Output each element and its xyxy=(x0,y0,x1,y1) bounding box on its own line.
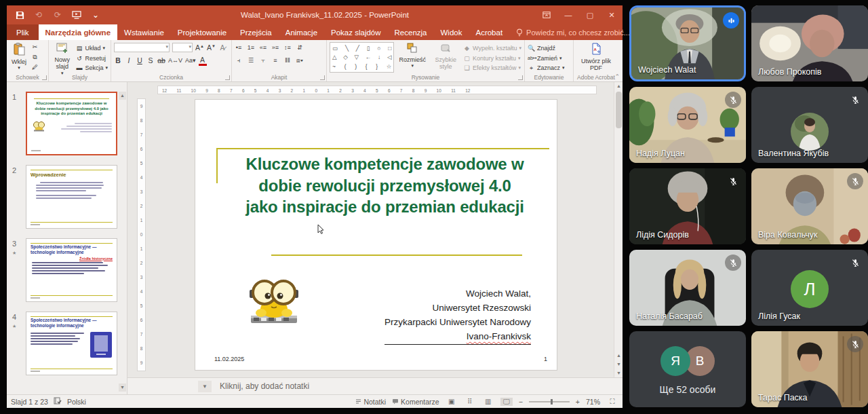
thumbnail-scrollbar[interactable]: ▲ ▼ xyxy=(119,92,126,392)
next-slide-button[interactable]: ▼ xyxy=(615,360,623,369)
layout-button[interactable]: ▤Układ ▾ xyxy=(75,43,108,53)
notes-collapse-button[interactable]: ▼ xyxy=(198,381,212,392)
tab-design[interactable]: Projektowanie xyxy=(171,24,233,40)
shapes-gallery[interactable]: ▭╲╱▯○□ △◇▽←↓◁ ~(){}☆ xyxy=(330,42,394,73)
clipboard-dialog-launcher[interactable] xyxy=(42,75,47,80)
underline-button[interactable]: U xyxy=(136,56,144,64)
scroll-up-arrow[interactable]: ▲ xyxy=(615,82,623,90)
align-left-button[interactable]: ⫞ xyxy=(235,57,243,64)
increase-indent-button[interactable]: »≡ xyxy=(271,44,279,51)
font-dialog-launcher[interactable] xyxy=(225,75,230,80)
section-button[interactable]: ▬Sekcja ▾ xyxy=(75,63,108,73)
participant-tile-nataliya-basarab[interactable]: Наталія Басараб xyxy=(629,250,746,326)
tab-file[interactable]: Plik xyxy=(7,24,39,40)
bold-button[interactable]: B xyxy=(114,56,122,64)
find-button[interactable]: 🔍Znajdź xyxy=(528,43,565,53)
replace-button[interactable]: ab↦Zamień ▾ xyxy=(528,54,565,63)
bullets-button[interactable]: •≡ xyxy=(235,44,243,51)
slide-scrollbar[interactable]: ▲ ▲ ▼ ▼ xyxy=(614,82,623,377)
reset-button[interactable]: ↺Resetuj xyxy=(75,54,108,63)
arrange-button[interactable]: Rozmieść ▾ xyxy=(397,42,428,73)
decrease-indent-button[interactable]: «≡ xyxy=(259,44,267,51)
save-icon[interactable] xyxy=(14,10,26,20)
thumbnail-slide-3[interactable]: 3★ Społeczeństwo informacyjne — technolo… xyxy=(12,238,117,302)
create-pdf-button[interactable]: A Utwórz plik PDF xyxy=(576,42,616,73)
customize-qat-icon[interactable]: ⌄ xyxy=(90,10,102,20)
thumbnail-slide-1[interactable]: 1 Kluczowe kompetencje zawodowe w dobie … xyxy=(12,92,117,155)
numbering-button[interactable]: 1≡ xyxy=(247,44,255,51)
participant-tile-lyubov-prokopiv[interactable]: Любов Прокопів xyxy=(751,5,868,81)
tab-slideshow[interactable]: Pokaz slajdów xyxy=(324,24,388,40)
justify-button[interactable]: ≡ xyxy=(271,57,279,64)
scroll-down-arrow[interactable]: ▼ xyxy=(615,369,623,377)
fit-slide-button[interactable]: ⛶ xyxy=(606,398,618,406)
clear-formatting-button[interactable]: A̷ xyxy=(218,43,226,52)
shadow-button[interactable]: S xyxy=(146,56,155,64)
increase-font-button[interactable]: A▲ xyxy=(195,43,204,52)
strikethrough-button[interactable]: ab xyxy=(157,56,165,64)
slide-canvas[interactable]: Kluczowe kompetencje zawodowe w dobie re… xyxy=(195,100,557,370)
notes-toggle[interactable]: Notatki xyxy=(355,398,386,406)
slide-sorter-view-button[interactable]: ⠿ xyxy=(464,398,476,405)
horizontal-ruler[interactable]: 12 11 10 9 8 7 6 5 4 3 2 1 0 1 2 3 4 5 6… xyxy=(157,86,597,94)
slide-emoji-image[interactable] xyxy=(243,275,305,329)
ribbon-display-options-button[interactable] xyxy=(536,6,557,24)
tab-home[interactable]: Narzędzia główne xyxy=(39,24,118,40)
italic-button[interactable]: I xyxy=(125,56,133,64)
tab-insert[interactable]: Wstawianie xyxy=(117,24,171,40)
notes-placeholder[interactable]: Kliknij, aby dodać notatki xyxy=(220,381,309,391)
zoom-level[interactable]: 71% xyxy=(586,398,600,406)
columns-button[interactable]: ‖‖ xyxy=(283,57,292,64)
vertical-ruler[interactable]: 9 8 7 6 5 4 3 2 1 0 1 2 3 4 5 6 7 8 9 xyxy=(137,98,146,371)
tell-me-box[interactable]: Powiedz mi, co chcesz zrobić... xyxy=(509,24,637,40)
normal-view-button[interactable]: ▣ xyxy=(446,398,458,405)
collapse-ribbon-button[interactable]: ⌃ xyxy=(614,73,620,80)
tab-review[interactable]: Recenzja xyxy=(388,24,434,40)
participant-tile-liliya-husak[interactable]: Л Лілія Гусак xyxy=(751,250,868,326)
quick-styles-button[interactable]: Szybkie style xyxy=(431,42,460,73)
scroll-up-arrow[interactable]: ▲ xyxy=(119,92,126,100)
zoom-in-button[interactable]: + xyxy=(576,398,580,406)
paragraph-dialog-launcher[interactable] xyxy=(320,75,325,80)
maximize-button[interactable]: ▢ xyxy=(579,6,601,24)
previous-slide-button[interactable]: ▲ xyxy=(615,352,623,360)
participant-tile-taras-paska[interactable]: Тарас Паска xyxy=(751,331,868,407)
zoom-slider[interactable] xyxy=(529,401,570,402)
line-spacing-button[interactable]: ↕≡ xyxy=(283,44,292,51)
slide-title[interactable]: Kluczowe kompetencje zawodowe w dobie re… xyxy=(218,153,551,218)
slide-author-block[interactable]: Wojciech Walat, Uniwersytet Rzeszowski P… xyxy=(384,287,531,345)
start-slideshow-icon[interactable] xyxy=(71,10,83,20)
select-button[interactable]: ⌖Zaznacz ▾ xyxy=(528,63,565,73)
more-participants-tile[interactable]: Я В Ще 52 особи xyxy=(629,331,746,407)
shape-effects-button[interactable]: ❑Efekty kształtów ▾ xyxy=(463,63,521,73)
copy-button[interactable]: ⧉ xyxy=(31,52,39,62)
font-color-button[interactable]: A xyxy=(199,56,207,66)
format-painter-button[interactable]: 🖉 xyxy=(31,62,39,72)
participant-tile-lidiya-sydoriv[interactable]: Лідія Сидорів xyxy=(629,168,746,244)
tab-transitions[interactable]: Przejścia xyxy=(233,24,279,40)
notes-pane[interactable]: ▼ Kliknij, aby dodać notatki xyxy=(127,377,623,394)
cut-button[interactable]: ✂ xyxy=(31,42,39,52)
tab-view[interactable]: Widok xyxy=(434,24,469,40)
smartart-convert-button[interactable]: ⧈▾ xyxy=(296,57,304,64)
align-center-button[interactable]: ☰ xyxy=(247,57,255,64)
close-button[interactable]: ✕ xyxy=(601,6,623,24)
thumbnail-slide-2[interactable]: 2 Wprowadzenie xyxy=(12,165,117,229)
shape-outline-button[interactable]: ▢Kontury kształtu ▾ xyxy=(463,54,521,63)
align-right-button[interactable]: ⫟ xyxy=(259,57,267,64)
participant-tile-wojciech-walat[interactable]: Wojciech Walat xyxy=(629,5,746,81)
comments-toggle[interactable]: Komentarze xyxy=(392,398,439,406)
change-case-button[interactable]: Aa▾ xyxy=(185,57,196,64)
reading-view-button[interactable]: ▥ xyxy=(482,398,494,405)
drawing-dialog-launcher[interactable] xyxy=(518,75,523,80)
character-spacing-button[interactable]: A↔V xyxy=(168,57,182,64)
font-size-combo[interactable] xyxy=(172,43,193,52)
spellcheck-icon[interactable] xyxy=(54,397,62,406)
minimize-button[interactable]: — xyxy=(557,6,579,24)
thumbnail-slide-4[interactable]: 4★ Społeczeństwo informacyjne — technolo… xyxy=(12,312,117,375)
undo-icon[interactable]: ⟲ xyxy=(33,10,45,20)
font-name-combo[interactable] xyxy=(114,43,170,52)
slideshow-view-button[interactable]: 🖵 xyxy=(500,398,513,406)
participant-tile-valentyna-yakubiv[interactable]: Валентина Якубів xyxy=(751,87,868,163)
decrease-font-button[interactable]: A▼ xyxy=(207,43,216,52)
